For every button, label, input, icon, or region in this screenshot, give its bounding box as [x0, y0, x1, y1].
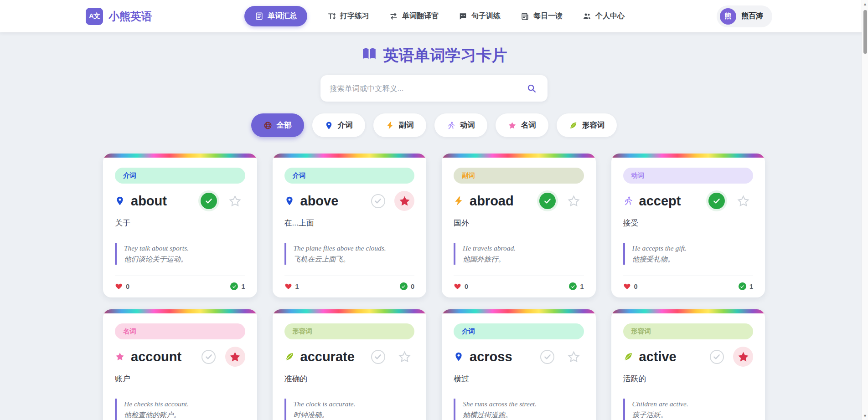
brand-name: 小熊英语: [108, 9, 152, 24]
word-title: active: [639, 349, 677, 364]
word-meaning: 横过: [454, 374, 584, 384]
example-zh: 他国外旅行。: [463, 254, 584, 265]
likes-stat: 1: [284, 282, 299, 290]
nav-tab-typing-practice[interactable]: 打字练习: [327, 11, 369, 21]
heart-icon: [623, 282, 631, 290]
scrollbar-thumb[interactable]: [863, 10, 867, 54]
pos-tag: 形容词: [284, 323, 415, 339]
filter-verb[interactable]: 动词: [434, 113, 487, 137]
learned-stat: 1: [230, 282, 245, 290]
example-block: He accepts the gift. 他接受礼物。: [623, 243, 754, 265]
feather-icon: [623, 352, 633, 362]
filter-preposition[interactable]: 介词: [312, 113, 365, 137]
scroll-down-arrow[interactable]: ▼: [862, 414, 868, 418]
feather-icon: [569, 121, 578, 130]
runner-icon: [623, 196, 633, 206]
likes-count: 0: [126, 283, 129, 290]
filter-adjective[interactable]: 形容词: [557, 113, 617, 137]
example-block: He travels abroad. 他国外旅行。: [454, 243, 584, 265]
nav-tab-daily-reading[interactable]: 每日一读: [521, 11, 563, 21]
nav-tab-label: 单词翻译官: [402, 11, 439, 21]
example-zh: 他接受礼物。: [632, 254, 754, 265]
mark-learned-button[interactable]: [537, 346, 558, 367]
scroll-up-arrow[interactable]: ▲: [862, 2, 868, 6]
pos-tag: 介词: [454, 323, 584, 339]
favorite-button[interactable]: [394, 347, 414, 367]
heart-icon: [284, 282, 292, 290]
runner-icon: [447, 121, 455, 130]
scrollbar: ▲ ▼: [862, 0, 868, 420]
page-title: 英语单词学习卡片: [0, 45, 868, 66]
swap-arrows-icon: [389, 12, 398, 20]
example-en: She runs across the street.: [463, 399, 584, 410]
favorite-button[interactable]: [225, 191, 245, 211]
filter-all[interactable]: 全部: [251, 113, 304, 137]
card-grid: 介词 about 关于 They talk about sports. 他们谈论…: [103, 154, 765, 420]
favorite-button[interactable]: [564, 347, 584, 367]
word-card-accept: 动词 accept 接受 He accepts the gift. 他接受礼物。…: [611, 154, 765, 297]
user-chip[interactable]: 熊 熊百涛: [717, 5, 772, 27]
mark-learned-button[interactable]: [706, 190, 727, 211]
rainbow-bar: [611, 309, 765, 313]
mark-learned-button[interactable]: [537, 190, 558, 211]
favorite-button[interactable]: [564, 191, 584, 211]
nav-tab-word-list[interactable]: 单词汇总: [244, 6, 307, 26]
mark-learned-button[interactable]: [198, 346, 219, 367]
filter-label: 形容词: [582, 120, 605, 130]
mark-learned-button[interactable]: [367, 346, 388, 367]
search-icon[interactable]: [525, 82, 538, 95]
divider: [284, 276, 415, 276]
learned-stat: 1: [569, 282, 584, 290]
example-zh: 飞机在云上面飞。: [294, 254, 415, 265]
nav-tab-personal-center[interactable]: 个人中心: [583, 11, 625, 21]
favorite-button[interactable]: [225, 347, 245, 367]
nav-tab-label: 每日一读: [533, 11, 563, 21]
word-title: about: [131, 194, 167, 209]
learned-count: 1: [241, 283, 245, 290]
check-circle-icon: [569, 282, 577, 290]
pos-tag: 动词: [623, 168, 754, 184]
example-zh: 她横过街道跑。: [463, 410, 584, 420]
favorite-button[interactable]: [733, 347, 753, 367]
filter-label: 全部: [277, 120, 292, 130]
nav-tab-sentence-training[interactable]: 句子训练: [459, 11, 501, 21]
rainbow-bar: [103, 309, 257, 313]
translate-icon: A文: [86, 8, 103, 25]
avatar: 熊: [720, 8, 736, 25]
filter-noun[interactable]: 名词: [496, 113, 548, 137]
mark-learned-button[interactable]: [198, 190, 219, 211]
example-en: The plane flies above the clouds.: [294, 243, 415, 254]
filter-adverb[interactable]: 副词: [373, 113, 426, 137]
heart-icon: [115, 282, 123, 290]
nav-tab-word-translator[interactable]: 单词翻译官: [389, 11, 439, 21]
pos-tag: 介词: [284, 168, 415, 184]
divider: [623, 276, 754, 276]
example-en: He accepts the gift.: [632, 243, 754, 254]
learned-stat: 1: [739, 282, 753, 290]
text-size-icon: [327, 12, 336, 20]
word-card-about: 介词 about 关于 They talk about sports. 他们谈论…: [103, 154, 257, 297]
example-zh: 时钟准确。: [294, 410, 415, 420]
pin-icon: [115, 196, 125, 206]
favorite-button[interactable]: [394, 191, 414, 211]
page-title-text: 英语单词学习卡片: [383, 45, 507, 66]
example-block: He checks his account. 他检查他的账户。: [115, 399, 245, 420]
search-input[interactable]: [330, 84, 525, 93]
open-book-icon: [361, 46, 377, 66]
word-title: across: [470, 349, 512, 364]
example-block: The clock is accurate. 时钟准确。: [284, 399, 415, 420]
search-bar: [320, 75, 548, 102]
brand-logo[interactable]: A文 小熊英语: [86, 8, 152, 25]
example-block: Children are active. 孩子活跃。: [623, 399, 754, 420]
bolt-icon: [454, 196, 464, 206]
mark-learned-button[interactable]: [706, 346, 727, 367]
favorite-button[interactable]: [733, 191, 753, 211]
check-circle-icon: [739, 282, 746, 290]
mark-learned-button[interactable]: [367, 190, 388, 211]
learned-count: 0: [411, 283, 414, 290]
likes-count: 0: [465, 283, 468, 290]
chat-bubble-icon: [459, 12, 467, 20]
filter-label: 介词: [338, 120, 353, 130]
example-en: Children are active.: [632, 399, 754, 410]
divider: [454, 276, 584, 276]
